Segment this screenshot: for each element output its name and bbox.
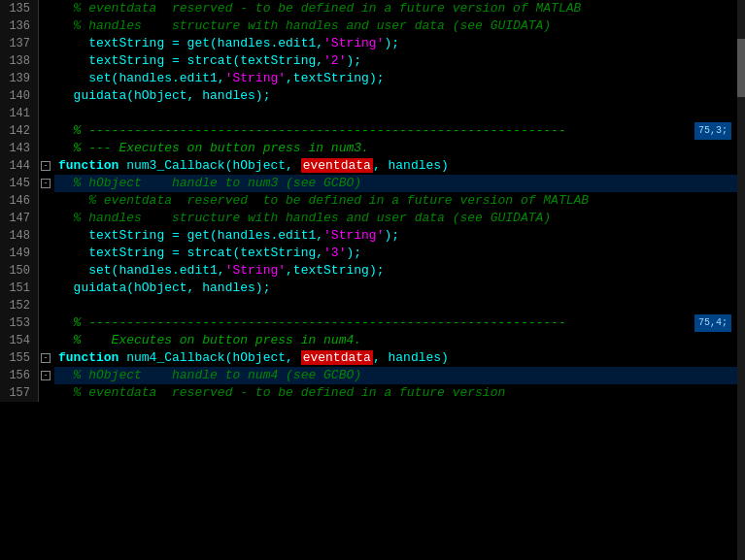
fold-icon[interactable]: - — [39, 175, 54, 192]
line-content: textString = get(handles.edit1,'String')… — [54, 35, 745, 52]
line-content: set(handles.edit1,'String',textString); — [54, 262, 745, 280]
code-line: 139 set(handles.edit1,'String',textStrin… — [0, 70, 745, 87]
line-content: textString = strcat(textString,'3'); — [54, 245, 745, 262]
line-content: % --- Executes on button press in num3. — [54, 140, 745, 157]
fold-icon[interactable]: - — [39, 349, 54, 367]
line-content: % eventdata reserved - to be defined in … — [54, 384, 745, 402]
line-content: guidata(hObject, handles); — [54, 87, 745, 105]
code-line: 157 % eventdata reserved - to be defined… — [0, 384, 745, 402]
code-line: 142 % ----------------------------------… — [0, 122, 745, 140]
code-line: 137 textString = get(handles.edit1,'Stri… — [0, 35, 745, 52]
code-line: 147 % handles structure with handles and… — [0, 210, 745, 227]
line-number: 154 — [0, 332, 39, 349]
line-number: 151 — [0, 280, 39, 297]
line-number: 153 — [0, 314, 39, 332]
code-line: 151 guidata(hObject, handles); — [0, 280, 745, 297]
line-number: 139 — [0, 70, 39, 87]
code-editor: 135 % eventdata reserved - to be defined… — [0, 0, 745, 560]
line-content: % eventdata reserved - to be defined in … — [54, 0, 745, 17]
line-number: 140 — [0, 87, 39, 105]
vertical-scrollbar[interactable] — [737, 0, 745, 560]
code-line: 136 % handles structure with handles and… — [0, 17, 745, 35]
line-number: 146 — [0, 192, 39, 210]
line-content: textString = strcat(textString,'2'); — [54, 52, 745, 70]
code-line: 141 — [0, 105, 745, 122]
line-number: 148 — [0, 227, 39, 245]
line-content: % hObject handle to num3 (see GCBO) — [54, 175, 745, 192]
code-line: 148 textString = get(handles.edit1,'Stri… — [0, 227, 745, 245]
line-number: 156 — [0, 367, 39, 384]
fold-icon[interactable]: - — [39, 367, 54, 384]
line-content: % Executes on button press in num4. — [54, 332, 745, 349]
line-content: function num3_Callback(hObject, eventdat… — [54, 157, 745, 175]
line-number: 143 — [0, 140, 39, 157]
code-line: 154 % Executes on button press in num4. — [0, 332, 745, 349]
line-number: 138 — [0, 52, 39, 70]
line-number: 137 — [0, 35, 39, 52]
line-content: % eventdata reserved to be defined in a … — [54, 192, 745, 210]
line-number: 135 — [0, 0, 39, 17]
line-content: % handles structure with handles and use… — [54, 17, 745, 35]
line-content: function num4_Callback(hObject, eventdat… — [54, 349, 745, 367]
code-line: 156- % hObject handle to num4 (see GCBO) — [0, 367, 745, 384]
line-badge: 75,3; — [694, 122, 731, 140]
code-line: 155-function num4_Callback(hObject, even… — [0, 349, 745, 367]
line-number: 157 — [0, 384, 39, 402]
code-line: 135 % eventdata reserved - to be defined… — [0, 0, 745, 17]
line-content: % hObject handle to num4 (see GCBO) — [54, 367, 745, 384]
line-number: 141 — [0, 105, 39, 122]
line-content: % --------------------------------------… — [54, 314, 745, 332]
line-number: 147 — [0, 210, 39, 227]
line-number: 150 — [0, 262, 39, 280]
code-line: 152 — [0, 297, 745, 314]
code-line: 140 guidata(hObject, handles); — [0, 87, 745, 105]
fold-icon[interactable]: - — [39, 157, 54, 175]
line-content: guidata(hObject, handles); — [54, 280, 745, 297]
code-line: 149 textString = strcat(textString,'3'); — [0, 245, 745, 262]
code-line: 150 set(handles.edit1,'String',textStrin… — [0, 262, 745, 280]
code-line: 144-function num3_Callback(hObject, even… — [0, 157, 745, 175]
line-content: % --------------------------------------… — [54, 122, 745, 140]
line-content: set(handles.edit1,'String',textString); — [54, 70, 745, 87]
line-number: 155 — [0, 349, 39, 367]
line-number: 136 — [0, 17, 39, 35]
line-number: 149 — [0, 245, 39, 262]
line-badge: 75,4; — [694, 314, 731, 332]
code-line: 143 % --- Executes on button press in nu… — [0, 140, 745, 157]
line-number: 144 — [0, 157, 39, 175]
line-content: % handles structure with handles and use… — [54, 210, 745, 227]
code-line: 145- % hObject handle to num3 (see GCBO) — [0, 175, 745, 192]
code-line: 146 % eventdata reserved to be defined i… — [0, 192, 745, 210]
line-number: 152 — [0, 297, 39, 314]
code-line: 138 textString = strcat(textString,'2'); — [0, 52, 745, 70]
line-number: 145 — [0, 175, 39, 192]
line-content: textString = get(handles.edit1,'String')… — [54, 227, 745, 245]
line-number: 142 — [0, 122, 39, 140]
code-line: 153 % ----------------------------------… — [0, 314, 745, 332]
scrollbar-thumb[interactable] — [737, 39, 745, 97]
